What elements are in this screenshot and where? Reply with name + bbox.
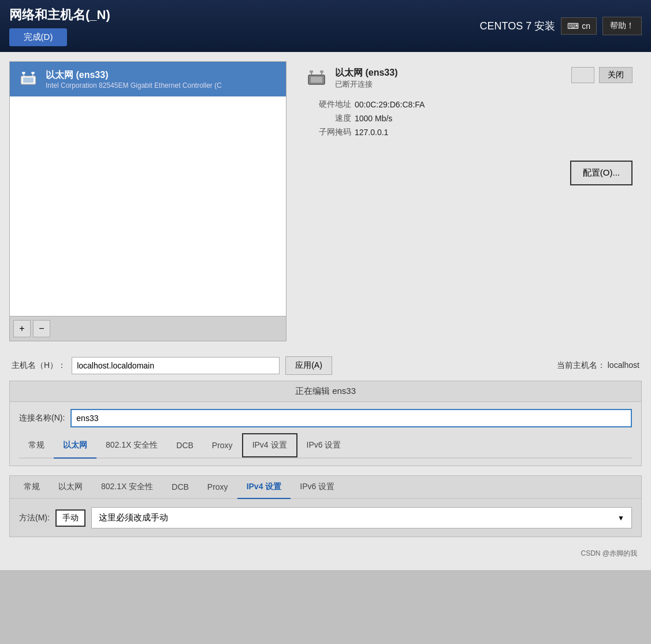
hostname-input[interactable] <box>72 357 280 374</box>
svg-rect-10 <box>310 70 313 73</box>
hw-address-label: 硬件地址 <box>305 99 351 110</box>
speed-row: 速度 1000 Mb/s <box>305 113 633 124</box>
page-title: 网络和主机名(_N) <box>9 6 110 24</box>
adapter-name: 以太网 (ens33) <box>46 69 279 81</box>
add-adapter-button[interactable]: + <box>13 320 31 337</box>
tab2-8021x[interactable]: 802.1X 安全性 <box>92 476 162 498</box>
speed-value: 1000 Mb/s <box>355 114 392 123</box>
edit-panel: 正在编辑 ens33 连接名称(N): 常规 以太网 802.1X 安全性 DC… <box>9 381 642 466</box>
conn-name-label: 连接名称(N): <box>19 413 65 423</box>
hw-address-value: 00:0C:29:D6:C8:FA <box>355 100 425 109</box>
tab2-proxy[interactable]: Proxy <box>198 476 237 498</box>
method-dropdown-value: 这里必须改成手动 <box>99 512 168 523</box>
adapter-list-item[interactable]: 以太网 (ens33) Intel Corporation 82545EM Gi… <box>10 62 286 96</box>
watermark: CSDN @赤脚的我 <box>9 546 642 561</box>
network-panel: 以太网 (ens33) Intel Corporation 82545EM Gi… <box>9 61 642 341</box>
adapter-list-footer: + − <box>10 316 286 341</box>
tab2-general[interactable]: 常规 <box>14 476 49 498</box>
adapter-icon <box>17 68 40 91</box>
header-right: CENTOS 7 安装 ⌨ cn 帮助！ <box>480 17 642 35</box>
conn-name-row: 连接名称(N): <box>19 409 632 427</box>
second-panel-tabs: 常规 以太网 802.1X 安全性 DCB Proxy IPv4 设置 IPv6… <box>10 476 641 499</box>
top-header: 网络和主机名(_N) 完成(D) CENTOS 7 安装 ⌨ cn 帮助！ <box>0 0 651 52</box>
config-button[interactable]: 配置(O)... <box>570 161 633 185</box>
subnet-label: 子网掩码 <box>305 127 351 137</box>
edit-panel-body: 连接名称(N): 常规 以太网 802.1X 安全性 DCB Proxy IPv… <box>10 402 641 466</box>
adapter-details-name-group: 以太网 (ens33) 已断开连接 <box>335 67 564 90</box>
svg-rect-7 <box>311 77 322 83</box>
method-tag: 手动 <box>55 509 85 527</box>
conn-name-input[interactable] <box>70 409 632 427</box>
help-button[interactable]: 帮助！ <box>602 17 642 35</box>
remove-adapter-button[interactable]: − <box>33 320 50 337</box>
tab-proxy[interactable]: Proxy <box>203 433 242 457</box>
hostname-bar: 主机名（H）： 应用(A) 当前主机名： localhost <box>9 351 642 381</box>
header-left: 网络和主机名(_N) 完成(D) <box>9 6 110 46</box>
apply-button[interactable]: 应用(A) <box>285 356 332 375</box>
current-hostname-label: 当前主机名： localhost <box>557 360 639 371</box>
adapter-details: 以太网 (ens33) 已断开连接 关闭 硬件地址 00:0C:29:D6:C8… <box>296 61 642 341</box>
centos-title: CENTOS 7 安装 <box>480 19 556 33</box>
tab-ipv4[interactable]: IPv4 设置 <box>242 433 297 457</box>
speed-label: 速度 <box>305 113 351 124</box>
tab2-ethernet[interactable]: 以太网 <box>49 476 92 498</box>
lang-button[interactable]: ⌨ cn <box>561 17 597 35</box>
svg-rect-1 <box>23 77 34 83</box>
keyboard-icon: ⌨ <box>567 21 579 31</box>
svg-rect-11 <box>320 70 323 73</box>
main-content: 以太网 (ens33) Intel Corporation 82545EM Gi… <box>0 52 651 570</box>
tab-dcb[interactable]: DCB <box>167 433 203 457</box>
subnet-value: 127.0.0.1 <box>355 128 388 137</box>
edit-panel-tabs: 常规 以太网 802.1X 安全性 DCB Proxy IPv4 设置 IPv6… <box>19 433 632 459</box>
tab-ipv6[interactable]: IPv6 设置 <box>297 433 351 457</box>
adapter-details-icon <box>305 67 328 90</box>
second-panel: 常规 以太网 802.1X 安全性 DCB Proxy IPv4 设置 IPv6… <box>9 475 642 537</box>
subnet-row: 子网掩码 127.0.0.1 <box>305 127 633 137</box>
method-row: 方法(M): 手动 这里必须改成手动 ▼ <box>19 507 632 528</box>
current-hostname-value: localhost <box>608 360 639 370</box>
adapter-list: 以太网 (ens33) Intel Corporation 82545EM Gi… <box>9 61 287 341</box>
close-button[interactable]: 关闭 <box>599 67 633 83</box>
done-button[interactable]: 完成(D) <box>9 28 67 46</box>
tab2-dcb[interactable]: DCB <box>162 476 198 498</box>
tab2-ipv4[interactable]: IPv4 设置 <box>237 476 291 498</box>
method-dropdown[interactable]: 这里必须改成手动 ▼ <box>91 507 632 528</box>
tab-ethernet[interactable]: 以太网 <box>54 433 96 457</box>
hw-address-row: 硬件地址 00:0C:29:D6:C8:FA <box>305 99 633 110</box>
tab2-ipv6[interactable]: IPv6 设置 <box>291 476 344 498</box>
toggle-button[interactable] <box>571 67 594 83</box>
adapter-info: 以太网 (ens33) Intel Corporation 82545EM Gi… <box>46 69 279 90</box>
tab-8021x[interactable]: 802.1X 安全性 <box>96 433 167 457</box>
adapter-details-status: 已断开连接 <box>335 79 564 90</box>
dropdown-arrow-icon: ▼ <box>617 514 624 522</box>
adapter-list-body <box>10 96 286 316</box>
tab-general[interactable]: 常规 <box>19 433 54 457</box>
edit-panel-title: 正在编辑 ens33 <box>10 381 641 402</box>
method-label: 方法(M): <box>19 513 50 523</box>
lang-label: cn <box>582 21 590 31</box>
adapter-details-header: 以太网 (ens33) 已断开连接 关闭 <box>305 67 633 90</box>
svg-rect-5 <box>31 72 34 74</box>
hostname-label: 主机名（H）： <box>12 360 66 371</box>
adapter-desc: Intel Corporation 82545EM Gigabit Ethern… <box>46 81 279 90</box>
second-panel-body: 方法(M): 手动 这里必须改成手动 ▼ <box>10 499 641 537</box>
adapter-details-name: 以太网 (ens33) <box>335 67 564 79</box>
current-label: 当前主机名： <box>557 360 605 370</box>
svg-rect-4 <box>22 72 25 74</box>
